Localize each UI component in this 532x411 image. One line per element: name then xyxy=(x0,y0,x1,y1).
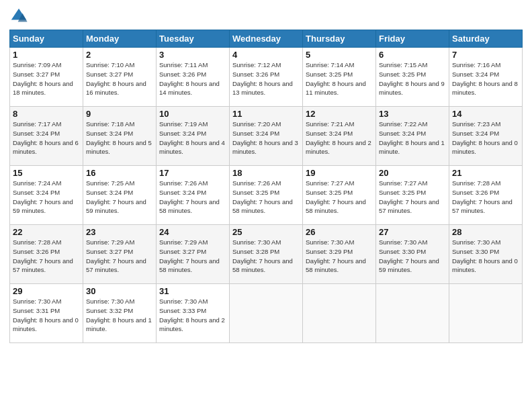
calendar-header-sunday: Sunday xyxy=(10,30,83,48)
calendar-week-2: 8Sunrise: 7:17 AMSunset: 3:24 PMDaylight… xyxy=(10,107,523,166)
day-number: 23 xyxy=(86,227,153,237)
calendar-cell: 8Sunrise: 7:17 AMSunset: 3:24 PMDaylight… xyxy=(10,107,83,166)
calendar-cell: 31Sunrise: 7:30 AMSunset: 3:33 PMDayligh… xyxy=(157,284,230,343)
day-info: Sunrise: 7:21 AMSunset: 3:24 PMDaylight:… xyxy=(306,120,373,156)
day-number: 22 xyxy=(13,227,80,237)
day-info: Sunrise: 7:26 AMSunset: 3:24 PMDaylight:… xyxy=(159,179,226,216)
day-number: 9 xyxy=(86,109,153,119)
day-info: Sunrise: 7:28 AMSunset: 3:26 PMDaylight:… xyxy=(13,238,80,275)
calendar-cell: 28Sunrise: 7:30 AMSunset: 3:30 PMDayligh… xyxy=(449,225,523,284)
day-number: 1 xyxy=(13,50,80,60)
calendar-cell: 24Sunrise: 7:29 AMSunset: 3:27 PMDayligh… xyxy=(157,225,230,284)
day-info: Sunrise: 7:17 AMSunset: 3:24 PMDaylight:… xyxy=(13,120,80,156)
day-info: Sunrise: 7:30 AMSunset: 3:28 PMDaylight:… xyxy=(232,238,300,275)
day-number: 7 xyxy=(452,50,519,60)
day-info: Sunrise: 7:30 AMSunset: 3:30 PMDaylight:… xyxy=(379,238,446,275)
day-number: 21 xyxy=(452,168,519,178)
calendar-header-monday: Monday xyxy=(83,30,157,48)
day-number: 13 xyxy=(379,109,446,119)
day-number: 8 xyxy=(13,109,80,119)
day-number: 17 xyxy=(159,168,226,178)
calendar-header-friday: Friday xyxy=(376,30,449,48)
day-info: Sunrise: 7:16 AMSunset: 3:24 PMDaylight:… xyxy=(452,60,519,97)
day-number: 30 xyxy=(86,286,153,296)
day-info: Sunrise: 7:30 AMSunset: 3:30 PMDaylight:… xyxy=(452,238,519,275)
logo-icon xyxy=(9,7,28,26)
calendar-cell: 3Sunrise: 7:11 AMSunset: 3:26 PMDaylight… xyxy=(157,48,230,107)
calendar-cell xyxy=(449,284,523,343)
calendar-cell xyxy=(303,284,376,343)
day-number: 3 xyxy=(159,50,226,60)
calendar-cell: 13Sunrise: 7:22 AMSunset: 3:24 PMDayligh… xyxy=(376,107,449,166)
calendar-cell: 19Sunrise: 7:27 AMSunset: 3:25 PMDayligh… xyxy=(303,166,376,225)
calendar-cell: 6Sunrise: 7:15 AMSunset: 3:25 PMDaylight… xyxy=(376,48,449,107)
day-info: Sunrise: 7:25 AMSunset: 3:24 PMDaylight:… xyxy=(86,179,153,216)
calendar-cell: 5Sunrise: 7:14 AMSunset: 3:25 PMDaylight… xyxy=(303,48,376,107)
calendar-cell: 30Sunrise: 7:30 AMSunset: 3:32 PMDayligh… xyxy=(83,284,157,343)
calendar-table: SundayMondayTuesdayWednesdayThursdayFrid… xyxy=(9,30,523,343)
day-info: Sunrise: 7:27 AMSunset: 3:25 PMDaylight:… xyxy=(306,179,373,216)
day-info: Sunrise: 7:30 AMSunset: 3:31 PMDaylight:… xyxy=(13,297,80,334)
calendar-cell: 29Sunrise: 7:30 AMSunset: 3:31 PMDayligh… xyxy=(10,284,83,343)
calendar-cell: 27Sunrise: 7:30 AMSunset: 3:30 PMDayligh… xyxy=(376,225,449,284)
calendar-header-saturday: Saturday xyxy=(449,30,523,48)
calendar-cell: 22Sunrise: 7:28 AMSunset: 3:26 PMDayligh… xyxy=(10,225,83,284)
day-info: Sunrise: 7:14 AMSunset: 3:25 PMDaylight:… xyxy=(306,60,373,97)
day-info: Sunrise: 7:10 AMSunset: 3:27 PMDaylight:… xyxy=(86,60,153,97)
calendar-week-5: 29Sunrise: 7:30 AMSunset: 3:31 PMDayligh… xyxy=(10,284,523,343)
calendar-cell: 17Sunrise: 7:26 AMSunset: 3:24 PMDayligh… xyxy=(157,166,230,225)
day-number: 4 xyxy=(232,50,300,60)
calendar-cell: 2Sunrise: 7:10 AMSunset: 3:27 PMDaylight… xyxy=(83,48,157,107)
calendar-header-thursday: Thursday xyxy=(303,30,376,48)
day-number: 16 xyxy=(86,168,153,178)
day-number: 28 xyxy=(452,227,519,237)
day-info: Sunrise: 7:29 AMSunset: 3:27 PMDaylight:… xyxy=(159,238,226,275)
day-info: Sunrise: 7:23 AMSunset: 3:24 PMDaylight:… xyxy=(452,120,519,156)
calendar-cell: 25Sunrise: 7:30 AMSunset: 3:28 PMDayligh… xyxy=(230,225,303,284)
page: SundayMondayTuesdayWednesdayThursdayFrid… xyxy=(0,0,532,411)
calendar-week-1: 1Sunrise: 7:09 AMSunset: 3:27 PMDaylight… xyxy=(10,48,523,107)
day-number: 18 xyxy=(232,168,300,178)
day-info: Sunrise: 7:11 AMSunset: 3:26 PMDaylight:… xyxy=(159,60,226,97)
day-info: Sunrise: 7:28 AMSunset: 3:26 PMDaylight:… xyxy=(452,179,519,216)
calendar-week-4: 22Sunrise: 7:28 AMSunset: 3:26 PMDayligh… xyxy=(10,225,523,284)
day-number: 15 xyxy=(13,168,80,178)
calendar-cell xyxy=(230,284,303,343)
calendar-cell: 21Sunrise: 7:28 AMSunset: 3:26 PMDayligh… xyxy=(449,166,523,225)
day-info: Sunrise: 7:29 AMSunset: 3:27 PMDaylight:… xyxy=(86,238,153,275)
day-info: Sunrise: 7:20 AMSunset: 3:24 PMDaylight:… xyxy=(232,120,300,156)
day-info: Sunrise: 7:22 AMSunset: 3:24 PMDaylight:… xyxy=(379,120,446,156)
day-info: Sunrise: 7:30 AMSunset: 3:29 PMDaylight:… xyxy=(306,238,373,275)
logo xyxy=(9,7,31,26)
calendar-cell: 20Sunrise: 7:27 AMSunset: 3:25 PMDayligh… xyxy=(376,166,449,225)
day-number: 20 xyxy=(379,168,446,178)
day-info: Sunrise: 7:30 AMSunset: 3:32 PMDaylight:… xyxy=(86,297,153,334)
day-number: 10 xyxy=(159,109,226,119)
day-info: Sunrise: 7:30 AMSunset: 3:33 PMDaylight:… xyxy=(159,297,226,334)
header xyxy=(9,7,523,26)
day-info: Sunrise: 7:26 AMSunset: 3:25 PMDaylight:… xyxy=(232,179,300,216)
calendar-cell: 10Sunrise: 7:19 AMSunset: 3:24 PMDayligh… xyxy=(157,107,230,166)
day-info: Sunrise: 7:15 AMSunset: 3:25 PMDaylight:… xyxy=(379,60,446,97)
day-number: 2 xyxy=(86,50,153,60)
day-number: 24 xyxy=(159,227,226,237)
day-number: 11 xyxy=(232,109,300,119)
calendar-cell: 26Sunrise: 7:30 AMSunset: 3:29 PMDayligh… xyxy=(303,225,376,284)
day-number: 29 xyxy=(13,286,80,296)
calendar-cell: 12Sunrise: 7:21 AMSunset: 3:24 PMDayligh… xyxy=(303,107,376,166)
day-info: Sunrise: 7:12 AMSunset: 3:26 PMDaylight:… xyxy=(232,60,300,97)
day-number: 26 xyxy=(306,227,373,237)
day-number: 25 xyxy=(232,227,300,237)
calendar-week-3: 15Sunrise: 7:24 AMSunset: 3:24 PMDayligh… xyxy=(10,166,523,225)
day-number: 6 xyxy=(379,50,446,60)
calendar-cell: 18Sunrise: 7:26 AMSunset: 3:25 PMDayligh… xyxy=(230,166,303,225)
calendar-cell: 11Sunrise: 7:20 AMSunset: 3:24 PMDayligh… xyxy=(230,107,303,166)
calendar-cell: 4Sunrise: 7:12 AMSunset: 3:26 PMDaylight… xyxy=(230,48,303,107)
calendar-cell: 16Sunrise: 7:25 AMSunset: 3:24 PMDayligh… xyxy=(83,166,157,225)
day-info: Sunrise: 7:27 AMSunset: 3:25 PMDaylight:… xyxy=(379,179,446,216)
day-info: Sunrise: 7:09 AMSunset: 3:27 PMDaylight:… xyxy=(13,60,80,97)
day-number: 5 xyxy=(306,50,373,60)
calendar-cell: 23Sunrise: 7:29 AMSunset: 3:27 PMDayligh… xyxy=(83,225,157,284)
calendar-cell: 1Sunrise: 7:09 AMSunset: 3:27 PMDaylight… xyxy=(10,48,83,107)
calendar-cell: 7Sunrise: 7:16 AMSunset: 3:24 PMDaylight… xyxy=(449,48,523,107)
